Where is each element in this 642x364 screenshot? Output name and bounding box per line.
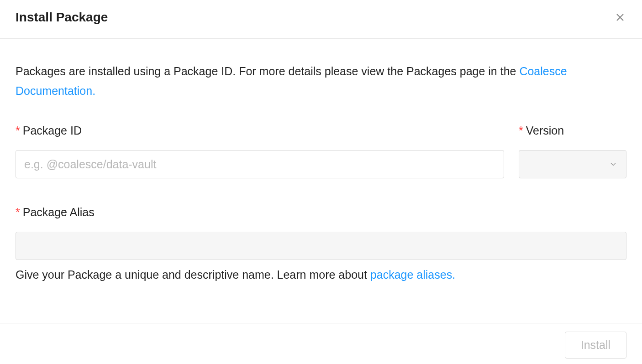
package-alias-input[interactable] (16, 232, 626, 260)
package-id-label-text: Package ID (23, 124, 82, 137)
form-row-id-version: *Package ID *Version (16, 124, 626, 178)
package-alias-label: *Package Alias (16, 206, 626, 219)
dialog-title: Install Package (16, 10, 108, 25)
version-select-wrapper (519, 150, 626, 178)
package-aliases-link[interactable]: package aliases. (370, 268, 455, 281)
dialog-footer: Install (0, 323, 642, 364)
version-label-text: Version (526, 124, 564, 137)
package-id-input[interactable] (16, 150, 504, 178)
required-marker: * (519, 124, 523, 137)
install-button[interactable]: Install (565, 332, 626, 359)
version-label: *Version (519, 124, 626, 137)
install-package-dialog: Install Package Packages are installed u… (0, 0, 642, 364)
required-marker: * (16, 124, 20, 137)
intro-text: Packages are installed using a Package I… (16, 62, 626, 100)
required-marker: * (16, 206, 20, 218)
version-select[interactable] (519, 150, 626, 178)
package-id-group: *Package ID (16, 124, 504, 178)
chevron-down-icon (609, 160, 618, 169)
close-icon (615, 12, 626, 23)
dialog-body: Packages are installed using a Package I… (0, 39, 642, 323)
alias-helper-prefix: Give your Package a unique and descripti… (16, 268, 370, 281)
dialog-header: Install Package (0, 0, 642, 39)
package-alias-label-text: Package Alias (23, 206, 95, 218)
alias-helper-text: Give your Package a unique and descripti… (16, 266, 626, 284)
intro-prefix: Packages are installed using a Package I… (16, 65, 519, 78)
package-alias-group: *Package Alias Give your Package a uniqu… (16, 206, 626, 284)
close-button[interactable] (613, 10, 627, 25)
package-id-label: *Package ID (16, 124, 504, 137)
version-group: *Version (519, 124, 626, 178)
